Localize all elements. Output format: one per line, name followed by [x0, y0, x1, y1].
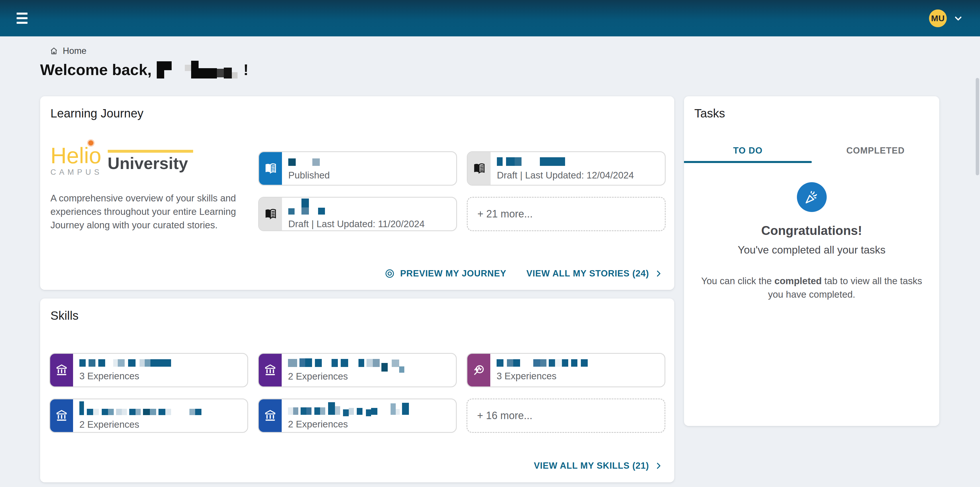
- active-tab-indicator: [684, 161, 812, 163]
- preview-journey-link[interactable]: PREVIEW MY JOURNEY: [384, 268, 506, 279]
- congrats-subtitle: You've completed all your tasks: [684, 244, 939, 256]
- logo-underline: [108, 150, 193, 153]
- skill-experiences: 2 Experiences: [80, 419, 202, 430]
- avatar[interactable]: MU: [929, 10, 947, 27]
- redacted-user-name: [157, 61, 237, 78]
- tab-completed[interactable]: COMPLETED: [812, 139, 940, 162]
- learning-journey-description: A comprehensive overview of your skills …: [51, 192, 241, 232]
- skill-tile[interactable]: 3 Experiences: [49, 353, 248, 387]
- redacted-story-title: [288, 156, 330, 166]
- more-stories-card[interactable]: + 21 more...: [467, 197, 666, 231]
- institution-icon: [259, 399, 282, 432]
- skill-grid: 3 Experiences: [49, 353, 665, 433]
- story-card[interactable]: Draft | Last Updated: 11/20/2024: [258, 197, 457, 231]
- logo-helio-word: Helio: [51, 144, 103, 167]
- tasks-title: Tasks: [694, 107, 725, 120]
- preview-eye-icon: [384, 268, 395, 279]
- vertical-scrollbar[interactable]: [976, 78, 979, 175]
- redacted-skill-title: [288, 402, 409, 415]
- skill-experiences: 2 Experiences: [288, 371, 404, 382]
- top-navbar: MU: [0, 0, 980, 37]
- story-status: Published: [288, 170, 330, 181]
- learning-journey-card: Learning Journey Helio CAMPUS University…: [40, 96, 674, 290]
- redacted-story-title: [497, 156, 634, 166]
- search-analytics-icon: [467, 354, 490, 387]
- institution-icon: [50, 399, 73, 432]
- institution-icon: [259, 354, 282, 387]
- book-icon: [259, 198, 282, 230]
- chevron-right-icon: [654, 462, 663, 470]
- home-icon: [49, 46, 59, 56]
- skill-tile[interactable]: 3 Experiences: [466, 353, 665, 387]
- story-card[interactable]: Published: [258, 151, 457, 186]
- redacted-skill-title: [288, 358, 404, 367]
- tasks-card: Tasks TO DO COMPLETED Congratulations! Y…: [684, 96, 939, 426]
- breadcrumb[interactable]: Home: [49, 46, 86, 56]
- skills-title: Skills: [51, 309, 78, 323]
- breadcrumb-home-label[interactable]: Home: [63, 46, 86, 56]
- story-grid: Published Draft | Last Updated: 12/04/20…: [258, 151, 666, 231]
- skill-tile[interactable]: 2 Experiences: [258, 353, 457, 387]
- logo-campus-word: CAMPUS: [51, 169, 103, 176]
- redacted-skill-title: [80, 359, 171, 367]
- redacted-skill-title: [496, 359, 588, 367]
- logo-university-word: University: [108, 155, 193, 172]
- book-icon: [259, 152, 282, 185]
- skill-experiences: 3 Experiences: [496, 371, 588, 382]
- view-all-skills-link[interactable]: VIEW ALL MY SKILLS (21): [534, 461, 663, 471]
- welcome-prefix: Welcome back,: [40, 61, 151, 78]
- skill-tile[interactable]: 2 Experiences: [49, 398, 248, 433]
- redacted-skill-title: [80, 401, 202, 415]
- account-menu[interactable]: MU: [929, 10, 963, 27]
- congrats-note: You can click the completed tab to view …: [697, 274, 926, 301]
- view-all-stories-link[interactable]: VIEW ALL MY STORIES (24): [527, 269, 663, 279]
- sun-icon: [88, 140, 94, 145]
- chevron-right-icon: [654, 269, 663, 278]
- tab-todo[interactable]: TO DO: [684, 139, 812, 162]
- learning-journey-title: Learning Journey: [51, 107, 143, 120]
- skill-experiences: 2 Experiences: [288, 419, 409, 430]
- tasks-empty-state: Congratulations! You've completed all yo…: [684, 182, 939, 301]
- story-status: Draft | Last Updated: 12/04/2024: [497, 170, 634, 181]
- congrats-title: Congratulations!: [684, 223, 939, 238]
- university-logo: Helio CAMPUS University: [51, 144, 241, 176]
- learning-journey-intro: Helio CAMPUS University A comprehensive …: [51, 144, 241, 232]
- story-status: Draft | Last Updated: 11/20/2024: [288, 218, 425, 229]
- story-card[interactable]: Draft | Last Updated: 12/04/2024: [467, 151, 666, 186]
- more-skills-card[interactable]: + 16 more...: [466, 398, 665, 433]
- page-title: Welcome back, !: [40, 61, 248, 78]
- tasks-tabs: TO DO COMPLETED: [684, 139, 939, 162]
- book-icon: [468, 152, 491, 185]
- welcome-suffix: !: [243, 61, 248, 78]
- skills-card: Skills 3 Experiences: [40, 299, 674, 482]
- redacted-story-title: [288, 199, 425, 215]
- institution-icon: [50, 354, 73, 387]
- menu-icon[interactable]: [17, 10, 28, 26]
- skill-experiences: 3 Experiences: [80, 371, 171, 382]
- skill-tile[interactable]: 2 Experiences: [258, 398, 457, 433]
- party-popper-icon: [797, 182, 827, 212]
- chevron-down-icon[interactable]: [953, 13, 963, 24]
